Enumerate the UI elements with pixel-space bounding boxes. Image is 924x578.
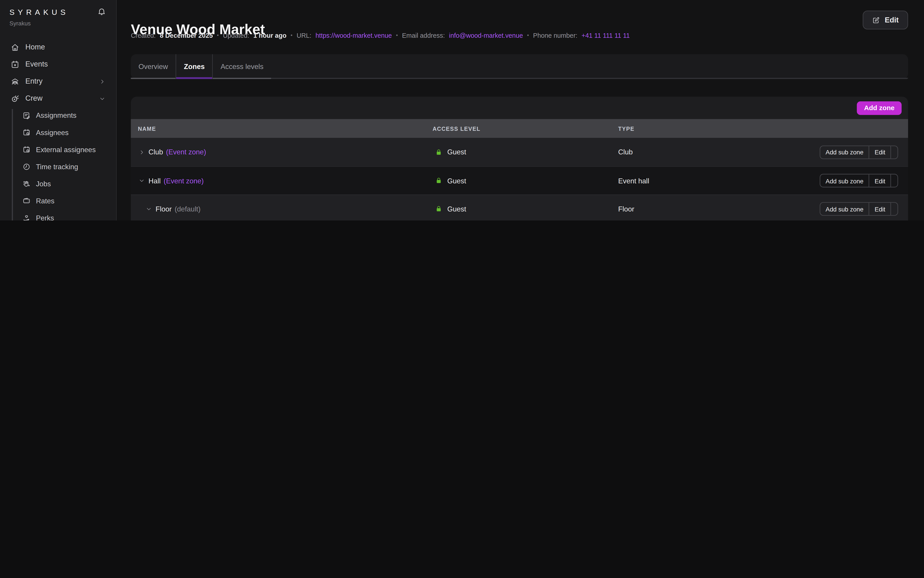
row-actions: Add sub zoneEdit [820,174,908,187]
row-chevron-down-icon[interactable] [146,206,152,212]
lock-icon [435,205,443,213]
email-label: Email address: [402,32,445,39]
sidebar-item-label: Home [25,43,45,51]
tab-access-levels[interactable]: Access levels [213,54,271,79]
calendar-user-icon [23,146,31,154]
wallet-icon [23,197,31,205]
bullet-separator: • [396,32,398,38]
zone-name-suffix: (Event zone) [166,148,206,156]
zone-name: Floor [156,205,172,213]
sidebar-item-crew[interactable]: Crew [5,91,112,106]
organisation-name: Syrakus [10,20,107,26]
row-actions-group: Add sub zoneEdit [820,145,898,159]
home-icon [11,43,19,52]
row-actions: Add sub zoneEdit [820,202,908,216]
column-header-type: TYPE [618,125,820,132]
row-chevron-down-icon[interactable] [138,177,145,184]
dots-vertical-icon [895,205,898,213]
crew-icon [11,94,19,103]
sidebar-item-label: Rates [36,197,54,205]
calendar-star-icon [11,60,19,68]
access-level-label: Guest [447,148,466,156]
url-label: URL: [297,32,311,39]
sidebar-item-label: Assignees [36,128,68,137]
edit-pencil-icon [872,16,880,24]
add-sub-zone-button[interactable]: Add sub zone [820,174,869,187]
venue-email-link[interactable]: info@wood-market.venue [449,32,523,39]
sidebar-item-label: Time tracking [36,163,78,171]
venue-phone-link[interactable]: +41 11 111 11 11 [582,32,630,39]
clipboard-edit-icon [23,112,31,120]
column-header-name: NAME [131,125,433,132]
sidebar-item-label: Perks [36,214,54,221]
sidebar-item-label: Assignments [36,112,76,120]
dots-vertical-icon [895,148,898,156]
sidebar-item-rates[interactable]: Rates [18,193,112,209]
edit-zone-button[interactable]: Edit [869,203,890,215]
chevron-down-icon [99,95,105,102]
edit-venue-button[interactable]: Edit [863,11,908,29]
calendar-user-icon [23,128,31,137]
zone-name-cell: Floor(default) [131,205,433,213]
tab-overview[interactable]: Overview [131,54,175,79]
entry-icon [11,77,19,86]
bullet-separator: • [527,32,529,38]
table-header: NAME ACCESS LEVEL TYPE [131,119,908,138]
edit-button-label: Edit [885,16,899,24]
sidebar-item-label: External assignees [36,146,96,154]
row-menu-button[interactable] [890,146,898,158]
row-menu-button[interactable] [890,203,898,215]
bullet-separator: • [290,32,292,38]
sidebar-item-events[interactable]: Events [5,57,112,72]
hand-plus-icon [23,180,31,188]
sidebar: SYRAKUS Syrakus HomeEventsEntryCrewAssig… [0,0,117,221]
zone-name: Club [149,148,163,156]
sidebar-item-jobs[interactable]: Jobs [18,176,112,192]
zone-name-cell: Club(Event zone) [131,148,433,156]
updated-value: 1 hour ago [253,32,286,39]
zone-name-suffix: (Event zone) [164,176,204,185]
notifications-bell-icon[interactable] [97,7,106,16]
lock-icon [435,148,443,156]
sidebar-item-label: Crew [25,94,43,103]
sidebar-item-assignees[interactable]: Assignees [18,125,112,140]
column-header-access-level: ACCESS LEVEL [433,125,618,132]
table-body: Club(Event zone)GuestClubAdd sub zoneEdi… [131,138,908,221]
sidebar-item-label: Jobs [36,180,51,188]
sidebar-item-perks[interactable]: Perks [18,210,112,221]
tab-bar: Overview Zones Access levels [131,54,908,79]
clock-icon [23,163,31,171]
tab-zones[interactable]: Zones [176,54,213,79]
row-chevron-right-icon[interactable] [138,149,145,155]
lock-icon [435,177,443,185]
sidebar-item-assignments[interactable]: Assignments [18,108,112,123]
row-actions-group: Add sub zoneEdit [820,202,898,216]
access-level-label: Guest [447,176,466,185]
edit-zone-button[interactable]: Edit [869,174,890,187]
zone-name: Hall [149,176,160,185]
sidebar-item-external-assignees[interactable]: External assignees [18,142,112,157]
sidebar-item-home[interactable]: Home [5,39,112,55]
venue-url-link[interactable]: https://wood-market.venue [316,32,392,39]
add-sub-zone-button[interactable]: Add sub zone [820,146,869,158]
edit-zone-button[interactable]: Edit [869,146,890,158]
access-level-label: Guest [447,205,466,213]
zone-type: Club [618,148,820,156]
dots-vertical-icon [895,177,898,185]
table-row: Club(Event zone)GuestClubAdd sub zoneEdi… [131,138,908,166]
access-level-cell: Guest [433,148,618,156]
table-row: Hall(Event zone)GuestEvent hallAdd sub z… [131,166,908,195]
sidebar-item-time-tracking[interactable]: Time tracking [18,159,112,174]
sidebar-item-label: Entry [25,77,43,86]
sidebar-item-label: Events [25,60,48,68]
sidebar-submenu-crew: AssignmentsAssigneesExternal assigneesTi… [0,108,116,221]
add-zone-button[interactable]: Add zone [857,101,902,115]
sidebar-item-entry[interactable]: Entry [5,74,112,89]
venue-meta: Created: 8 December 2025 • Updated: 1 ho… [131,32,630,39]
zones-panel: Add zone NAME ACCESS LEVEL TYPE Club(Eve… [131,97,908,221]
zone-name-cell: Hall(Event zone) [131,176,433,185]
add-sub-zone-button[interactable]: Add sub zone [820,203,869,215]
zone-type: Event hall [618,176,820,185]
row-menu-button[interactable] [890,174,898,187]
app-window: SYRAKUS Syrakus HomeEventsEntryCrewAssig… [0,0,924,221]
